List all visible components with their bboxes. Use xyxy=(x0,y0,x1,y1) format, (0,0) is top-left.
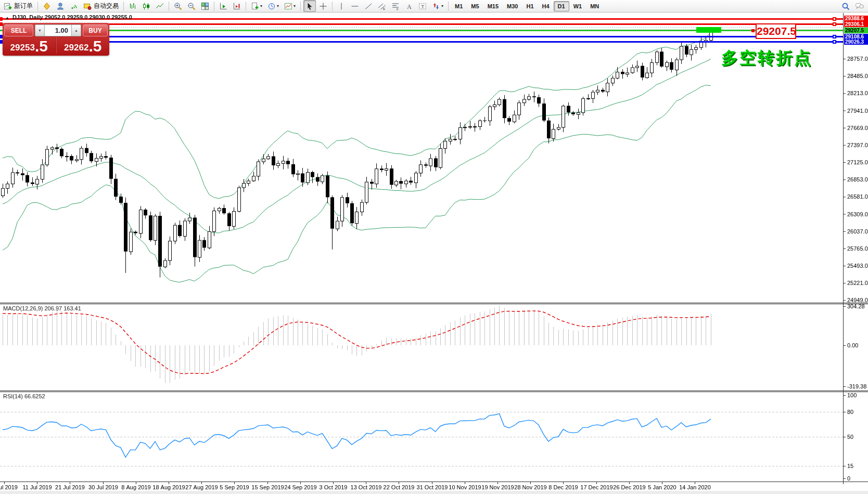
price-callout-label[interactable]: 29207.5 xyxy=(756,23,796,39)
price-line-label: 29026.3 xyxy=(844,39,868,45)
periods-button[interactable]: ▾ xyxy=(265,0,281,12)
zoom-in-button[interactable] xyxy=(172,0,184,12)
horizontal-line-icon xyxy=(351,2,359,10)
cursor-icon xyxy=(305,2,314,10)
timeframe-group: M1M5M15M30H1H4D1W1MN xyxy=(451,1,603,11)
highlight-rectangle[interactable] xyxy=(696,27,721,33)
crosshair-icon xyxy=(319,2,327,10)
arrows-button[interactable]: ▾ xyxy=(430,0,445,12)
text-button[interactable]: A xyxy=(403,0,415,12)
timeframe-button-w1[interactable]: W1 xyxy=(569,1,586,11)
new-order-icon xyxy=(4,2,12,10)
tile-windows-icon xyxy=(201,2,209,10)
person-icon xyxy=(56,2,65,10)
separator xyxy=(214,2,214,11)
sell-button[interactable]: SELL xyxy=(4,24,33,36)
metaquotes-button[interactable] xyxy=(41,0,53,12)
svg-text:F: F xyxy=(397,7,399,10)
chart-annotation-text[interactable]: 多空转折点 xyxy=(721,47,812,70)
chart-title: DJ30, Daily 29052.0 29259.0 29030.0 2925… xyxy=(12,14,132,20)
auto-scroll-button[interactable] xyxy=(217,0,229,12)
separator xyxy=(300,2,301,11)
price-callout-handle[interactable] xyxy=(751,29,755,32)
horizontal-line-button[interactable] xyxy=(349,0,361,12)
text-label-button[interactable]: T xyxy=(416,0,429,12)
vertical-line-icon xyxy=(337,2,346,10)
one-click-trade-panel: SELL ▼ 1.00 ▲ BUY 29253.5 29262.5 xyxy=(3,23,109,56)
trendline-icon xyxy=(364,2,373,10)
crosshair-button[interactable] xyxy=(317,0,329,12)
tile-windows-button[interactable] xyxy=(199,0,211,12)
zoom-out-icon xyxy=(187,2,196,10)
chat-button[interactable] xyxy=(853,0,866,12)
equidistant-channel-button[interactable]: E xyxy=(376,0,388,12)
indicators-icon xyxy=(284,2,292,10)
arrows-icon xyxy=(432,2,440,10)
chart-shift-icon xyxy=(233,2,241,10)
svg-text:A: A xyxy=(407,3,412,10)
timeframe-button-mn[interactable]: MN xyxy=(586,1,603,11)
bottom-scroll-strip[interactable] xyxy=(0,491,868,494)
separator xyxy=(169,2,169,11)
timeframe-button-d1[interactable]: D1 xyxy=(554,1,569,11)
candlestick-chart-button[interactable] xyxy=(140,0,152,12)
gold-diamond-icon xyxy=(43,2,51,10)
buy-price-int: 29262 xyxy=(64,43,88,53)
timeframe-button-m1[interactable]: M1 xyxy=(451,1,467,11)
zoom-in-icon xyxy=(174,2,182,10)
timeframe-button-h4[interactable]: H4 xyxy=(538,1,554,11)
price-line-label: 29306.1 xyxy=(844,21,868,27)
cursor-button[interactable] xyxy=(303,0,316,12)
chevron-down-icon: ▾ xyxy=(260,4,262,8)
buy-price-frac: .5 xyxy=(88,40,101,53)
sell-price[interactable]: 29253.5 xyxy=(3,37,56,55)
auto-trading-button[interactable]: 自动交易 xyxy=(81,0,121,12)
timeframe-button-m30[interactable]: M30 xyxy=(503,1,522,11)
indicators-button[interactable]: ▾ xyxy=(282,0,298,12)
volume-increase-button[interactable]: ▲ xyxy=(71,24,81,36)
separator xyxy=(246,2,246,11)
chat-bubbles-icon xyxy=(855,2,864,10)
search-icon xyxy=(841,2,850,10)
auto-trading-label: 自动交易 xyxy=(94,2,119,10)
main-toolbar: 新订单 自动交易 ▾ ▾ ▾ E F A T ▾ M1M5M15M30H1H4D… xyxy=(0,0,868,12)
trendline-button[interactable] xyxy=(362,0,375,12)
signals-button[interactable] xyxy=(68,0,80,12)
zoom-out-button[interactable] xyxy=(185,0,198,12)
vertical-line-button[interactable] xyxy=(335,0,348,12)
chevron-down-icon: ▾ xyxy=(293,4,296,8)
new-order-button[interactable]: 新订单 xyxy=(2,0,35,12)
trade-panel-prices: 29253.5 29262.5 xyxy=(3,37,109,55)
chart-shift-button[interactable] xyxy=(231,0,243,12)
text-label-icon: T xyxy=(418,2,427,10)
bar-chart-button[interactable] xyxy=(126,0,139,12)
timeframe-button-m15[interactable]: M15 xyxy=(483,1,503,11)
auto-scroll-icon xyxy=(219,2,227,10)
fibonacci-button[interactable]: F xyxy=(389,0,402,12)
volume-decrease-button[interactable]: ▼ xyxy=(35,24,45,36)
line-chart-button[interactable] xyxy=(154,0,166,12)
chart-title-bar: ▲DJ30, Daily 29052.0 29259.0 29030.0 292… xyxy=(5,14,132,20)
channel-icon: E xyxy=(378,2,386,10)
sell-price-frac: .5 xyxy=(35,40,48,53)
separator xyxy=(123,2,124,11)
signal-waves-icon xyxy=(70,2,78,10)
volume-input[interactable]: 1.00 xyxy=(45,24,71,36)
fibonacci-icon: F xyxy=(391,2,400,10)
new-chart-button[interactable]: ▾ xyxy=(249,0,264,12)
buy-price[interactable]: 29262.5 xyxy=(57,37,110,55)
separator xyxy=(448,2,449,11)
community-button[interactable] xyxy=(54,0,67,12)
chart-canvas[interactable] xyxy=(0,0,868,494)
chart-collapse-icon[interactable]: ▲ xyxy=(5,16,9,20)
timeframe-button-m5[interactable]: M5 xyxy=(467,1,483,11)
text-a-icon: A xyxy=(405,2,413,10)
buy-button[interactable]: BUY xyxy=(83,24,108,36)
bar-chart-icon xyxy=(129,2,137,10)
clock-icon xyxy=(267,2,276,10)
svg-text:T: T xyxy=(422,4,425,9)
separator xyxy=(332,2,333,11)
search-button[interactable] xyxy=(839,0,852,12)
timeframe-button-h1[interactable]: H1 xyxy=(522,1,538,11)
svg-text:E: E xyxy=(383,7,385,10)
